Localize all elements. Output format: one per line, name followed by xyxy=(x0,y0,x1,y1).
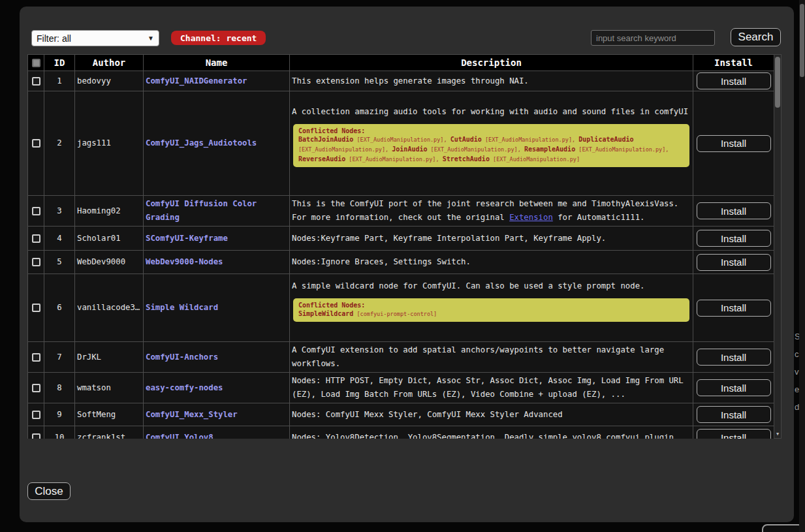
row-description: A simple wildcard node for ComfyUI. Can … xyxy=(290,274,693,342)
install-button[interactable]: Install xyxy=(697,429,771,439)
row-name: ComfyUI_Jags_Audiotools xyxy=(144,91,290,196)
sliver-text: S xyxy=(795,328,799,345)
row-name: Simple Wildcard xyxy=(144,274,290,342)
row-checkbox[interactable] xyxy=(32,234,40,243)
row-checkbox[interactable] xyxy=(32,139,40,148)
close-button[interactable]: Close xyxy=(27,482,71,500)
sliver-text: v xyxy=(795,363,799,381)
conflict-node-name: SimpleWildcard xyxy=(298,310,353,317)
custom-nodes-table: ID Author Name Description Install 1 bed… xyxy=(27,54,774,439)
table-row: 6 vanillacode314 Simple Wildcard A simpl… xyxy=(28,274,774,342)
install-button[interactable]: Install xyxy=(697,230,771,247)
install-custom-nodes-dialog: Filter: all ▼ Channel: recent Search ID … xyxy=(20,7,794,522)
conflict-node-name: CutAudio xyxy=(450,136,482,143)
description-text: A simple wildcard node for ComfyUI. Can … xyxy=(292,279,691,293)
table-row: 8 wmatson easy-comfy-nodes Nodes: HTTP P… xyxy=(28,373,774,403)
select-all-checkbox[interactable] xyxy=(32,59,40,67)
table-row: 7 DrJKL ComfyUI-Anchors A ComfyUI extens… xyxy=(28,342,774,373)
row-checkbox[interactable] xyxy=(32,77,40,86)
conflict-node-source: [EXT_AudioManipulation.py], xyxy=(353,136,450,143)
row-description: This is the ComfyUI port of the joint re… xyxy=(290,196,693,227)
row-name: SComfyUI-Keyframe xyxy=(144,227,290,251)
table-row: 5 WebDev9000 WebDev9000-Nodes Nodes:Igno… xyxy=(28,251,774,274)
conflict-node-name: BatchJoinAudio xyxy=(298,136,353,143)
row-author: Haoming02 xyxy=(75,196,144,227)
table-row: 3 Haoming02 ComfyUI Diffusion Color Grad… xyxy=(28,196,774,227)
filter-select[interactable]: Filter: all ▼ xyxy=(31,30,159,46)
row-author: Scholar01 xyxy=(75,227,144,251)
conflict-title: Conflicted Nodes: xyxy=(298,302,684,309)
background-ui-sliver: S c v e d xyxy=(795,328,799,419)
install-button[interactable]: Install xyxy=(697,254,771,271)
row-description: A ComfyUI extension to add spatial ancho… xyxy=(290,342,693,373)
row-id: 5 xyxy=(44,251,75,274)
row-checkbox[interactable] xyxy=(32,258,40,266)
header-install: Install xyxy=(693,55,774,71)
install-button[interactable]: Install xyxy=(697,135,771,152)
search-button[interactable]: Search xyxy=(731,28,781,46)
row-name: ComfyUI Yolov8 xyxy=(144,426,290,439)
row-name: WebDev9000-Nodes xyxy=(144,251,290,274)
page-scrollbar[interactable] xyxy=(799,0,805,532)
conflict-node-name: StretchAudio xyxy=(443,155,490,163)
partial-hidden-button xyxy=(762,524,804,532)
scroll-down-arrow-icon[interactable]: ▼ xyxy=(774,431,781,437)
install-button[interactable]: Install xyxy=(697,72,771,89)
install-button[interactable]: Install xyxy=(697,406,771,423)
table-row: 9 SoftMeng ComfyUI_Mexx_Styler Nodes: Co… xyxy=(28,403,774,426)
row-checkbox[interactable] xyxy=(32,411,40,419)
row-checkbox[interactable] xyxy=(32,207,40,215)
row-author: bedovyy xyxy=(75,71,144,91)
row-name: ComfyUI_NAIDGenerator xyxy=(144,71,290,91)
install-button[interactable]: Install xyxy=(697,202,771,219)
install-button[interactable]: Install xyxy=(697,379,771,396)
install-button[interactable]: Install xyxy=(697,349,771,366)
conflict-node-source: [EXT_AudioManipulation.py], xyxy=(482,136,578,143)
conflict-node-source: [EXT_AudioManipulation.py], xyxy=(575,146,669,153)
row-author: WebDev9000 xyxy=(75,251,144,274)
row-description: Nodes:Ignore Braces, Settings Switch. xyxy=(290,251,693,274)
row-description: A collection amazing audio tools for wor… xyxy=(290,91,693,196)
table-scrollbar[interactable]: ▼ xyxy=(774,54,781,439)
description-text: A collection amazing audio tools for wor… xyxy=(292,105,691,119)
install-button[interactable]: Install xyxy=(697,300,771,317)
page-scrollbar-thumb[interactable] xyxy=(800,4,804,77)
conflict-node-source: [EXT_AudioManipulation.py] xyxy=(490,156,580,163)
table-scrollbar-thumb[interactable] xyxy=(775,57,780,108)
conflict-node-source: [EXT_AudioManipulation.py], xyxy=(298,146,392,153)
row-description: Nodes: HTTP POST, Empty Dict, Assoc Str,… xyxy=(290,373,693,403)
row-checkbox[interactable] xyxy=(32,433,40,439)
row-name: ComfyUI Diffusion Color Grading xyxy=(144,196,290,227)
chevron-down-icon: ▼ xyxy=(148,35,154,42)
description-text: for Automatic1111. xyxy=(553,213,645,222)
table-row: 1 bedovyy ComfyUI_NAIDGenerator This ext… xyxy=(28,71,774,91)
conflict-node-source: [EXT_AudioManipulation.py], xyxy=(345,156,442,163)
header-author: Author xyxy=(75,55,144,71)
conflict-title: Conflicted Nodes: xyxy=(298,127,684,134)
row-id: 7 xyxy=(44,342,75,373)
row-checkbox[interactable] xyxy=(32,353,40,362)
header-id: ID xyxy=(44,55,75,71)
table-row: 2 jags111 ComfyUI_Jags_Audiotools A coll… xyxy=(28,91,774,196)
sliver-text: d xyxy=(795,398,799,416)
row-checkbox[interactable] xyxy=(32,384,40,392)
extension-link[interactable]: Extension xyxy=(509,213,553,222)
page: { "colors": { "name_accent": "#9a9af0", … xyxy=(0,0,805,532)
row-id: 6 xyxy=(44,274,75,342)
conflict-node-source: [comfyui-prompt-control] xyxy=(353,311,437,317)
row-description: This extension helps generate images thr… xyxy=(290,71,693,91)
row-id: 2 xyxy=(44,91,75,196)
conflict-node-name: DuplicateAudio xyxy=(578,136,633,143)
row-id: 9 xyxy=(44,403,75,426)
row-description: Nodes:Keyframe Part, Keyframe Interpolat… xyxy=(290,227,693,251)
conflict-node-name: ReverseAudio xyxy=(298,155,345,163)
row-description: Nodes: ComfyUI Mexx Styler, ComfyUI Mexx… xyxy=(290,403,693,426)
row-author: jags111 xyxy=(75,91,144,196)
row-checkbox[interactable] xyxy=(32,304,40,312)
row-author: wmatson xyxy=(75,373,144,403)
row-id: 4 xyxy=(44,227,75,251)
search-input[interactable] xyxy=(591,30,715,46)
table-row: 4 Scholar01 SComfyUI-Keyframe Nodes:Keyf… xyxy=(28,227,774,251)
header-name: Name xyxy=(144,55,290,71)
conflict-warning: Conflicted Nodes: SimpleWildcard [comfyu… xyxy=(293,298,689,322)
